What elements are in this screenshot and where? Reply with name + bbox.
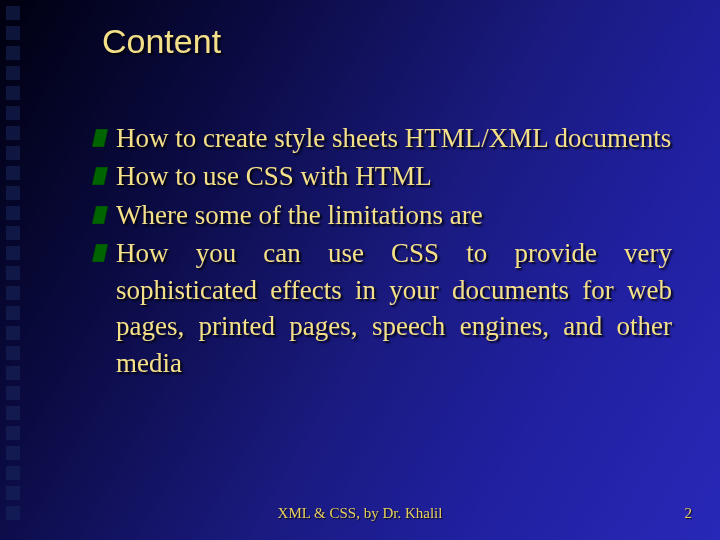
svg-marker-0 — [92, 129, 108, 147]
list-item: How you can use CSS to provide very soph… — [92, 235, 672, 381]
svg-marker-2 — [92, 206, 108, 224]
list-item-text: How to use CSS with HTML — [116, 158, 672, 194]
list-item-text: How to create style sheets HTML/XML docu… — [116, 120, 672, 156]
parallelogram-bullet-icon — [92, 206, 108, 224]
bullet-list: How to create style sheets HTML/XML docu… — [92, 120, 672, 383]
parallelogram-bullet-icon — [92, 129, 108, 147]
parallelogram-bullet-icon — [92, 167, 108, 185]
list-item: How to use CSS with HTML — [92, 158, 672, 194]
footer-text: XML & CSS, by Dr. Khalil — [0, 505, 720, 522]
list-item-text: Where some of the limitations are — [116, 197, 672, 233]
list-item-text: How you can use CSS to provide very soph… — [116, 235, 672, 381]
list-item: How to create style sheets HTML/XML docu… — [92, 120, 672, 156]
svg-marker-1 — [92, 167, 108, 185]
parallelogram-bullet-icon — [92, 244, 108, 262]
page-number: 2 — [685, 505, 693, 522]
list-item: Where some of the limitations are — [92, 197, 672, 233]
svg-marker-3 — [92, 244, 108, 262]
decorative-left-squares — [0, 0, 36, 540]
slide-title: Content — [102, 22, 221, 61]
